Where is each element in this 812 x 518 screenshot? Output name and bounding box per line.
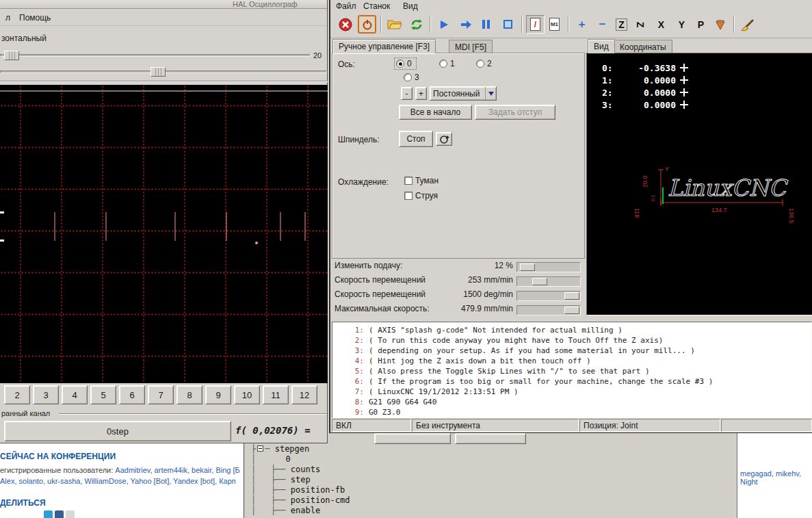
- gcode-listing[interactable]: 1:( AXIS "splash g-code" Not intended fo…: [332, 322, 812, 418]
- scale-slider[interactable]: [0, 51, 311, 60]
- channel-button[interactable]: 12: [291, 385, 317, 404]
- zoom-in-button[interactable]: +: [573, 15, 591, 34]
- jog-plus-button[interactable]: +: [415, 87, 427, 100]
- share-twitter-icon[interactable]: [44, 510, 53, 518]
- tree-label[interactable]: step: [291, 475, 311, 484]
- tree-row[interactable]: │ 0: [251, 454, 350, 464]
- online-users-links[interactable]: megagad, mikehv, Night: [740, 469, 812, 486]
- channel-button[interactable]: 3: [33, 385, 59, 404]
- slider-thumb[interactable]: [564, 307, 579, 314]
- radio-icon[interactable]: [476, 60, 484, 68]
- axis-radio-2[interactable]: 2: [476, 59, 492, 68]
- zoom-out-button[interactable]: −: [593, 15, 612, 34]
- menu-view[interactable]: Вид: [400, 1, 421, 12]
- share-other-icon[interactable]: [66, 510, 75, 518]
- view-top-button[interactable]: Z: [612, 15, 631, 34]
- radio-icon[interactable]: [404, 73, 412, 81]
- tree-label[interactable]: counts: [291, 465, 320, 474]
- channel-button[interactable]: 5: [90, 385, 116, 404]
- tree-label[interactable]: enable: [291, 506, 320, 515]
- menu-machine[interactable]: Станок: [361, 1, 393, 12]
- gcode-line[interactable]: 3:( depending on your setup. As if you h…: [332, 346, 811, 356]
- tree-label[interactable]: position-cmd: [291, 495, 350, 505]
- radio-icon[interactable]: [439, 60, 447, 68]
- gcode-line[interactable]: 5:( Also press the Toggle Skip Lines wit…: [332, 366, 811, 376]
- users-links[interactable]: Aadmitriev, artem44ik, bekair, Bing [Б: [115, 466, 239, 474]
- spindle-stop-button[interactable]: Стоп: [399, 131, 433, 147]
- channel-button[interactable]: 7: [148, 385, 174, 404]
- stop-program-button[interactable]: [499, 15, 517, 34]
- view-side-button[interactable]: X: [652, 15, 670, 34]
- toggle-skip-lines-button[interactable]: /: [526, 15, 545, 34]
- abort-button[interactable]: [336, 15, 354, 34]
- mist-checkbox[interactable]: Туман: [404, 176, 438, 185]
- run-program-button[interactable]: [434, 15, 453, 34]
- checkbox-icon[interactable]: [404, 177, 412, 185]
- background-button[interactable]: [374, 433, 451, 444]
- gcode-line[interactable]: 1:( AXIS "splash g-code" Not intended fo…: [332, 325, 811, 335]
- gcode-line[interactable]: 9:G0 Z3.0: [332, 407, 811, 417]
- max-velocity-slider[interactable]: [516, 305, 581, 315]
- menu-file[interactable]: л: [3, 12, 13, 23]
- axis-radio-1[interactable]: 1: [439, 59, 455, 68]
- tree-label[interactable]: 0: [286, 454, 291, 464]
- reload-file-button[interactable]: [407, 15, 425, 34]
- checkbox-icon[interactable]: [404, 192, 412, 200]
- slider-thumb[interactable]: [532, 278, 547, 285]
- collapse-icon[interactable]: [257, 445, 263, 452]
- pause-program-button[interactable]: [477, 15, 495, 34]
- channel-button[interactable]: 10: [234, 385, 260, 404]
- gcode-line[interactable]: 7:( LinuxCNC 19/1/2012 2:13:51 PM ): [332, 387, 811, 397]
- axis-radio-3[interactable]: 3: [404, 73, 419, 82]
- gcode-line[interactable]: 8:G21 G90 G64 G40: [332, 397, 811, 407]
- jog-speed-slider[interactable]: [516, 276, 581, 287]
- channel-button[interactable]: 8: [176, 385, 202, 404]
- channel-button[interactable]: 2: [4, 385, 30, 404]
- menu-file[interactable]: Файл: [333, 1, 359, 12]
- tree-row[interactable]: │ ├── step: [251, 474, 350, 484]
- view-rotated-top-button[interactable]: Z: [631, 15, 650, 34]
- gcode-line[interactable]: 6:( If the program is too big or small f…: [332, 376, 811, 387]
- tree-label[interactable]: position-fb: [291, 485, 345, 495]
- gcode-line[interactable]: 4:( Hint jog the Z axis down a bit then …: [332, 356, 811, 366]
- view-perspective-button[interactable]: P: [692, 15, 710, 34]
- slider-thumb[interactable]: [564, 292, 579, 300]
- rotate-view-button[interactable]: [711, 15, 729, 34]
- machine-power-button[interactable]: [358, 15, 376, 34]
- spindle-turn-button[interactable]: [436, 132, 452, 146]
- tab-preview[interactable]: Вид: [588, 39, 615, 53]
- jog-minus-button[interactable]: -: [401, 87, 412, 100]
- gcode-line[interactable]: 2:( To run this code anyway you might ha…: [332, 335, 811, 346]
- radio-icon[interactable]: [396, 60, 404, 68]
- optional-pause-button[interactable]: M1: [545, 15, 564, 34]
- background-button[interactable]: [455, 433, 526, 444]
- axis-radio-0[interactable]: 0: [394, 57, 417, 70]
- open-file-button[interactable]: [385, 15, 404, 34]
- channel-button[interactable]: 6: [119, 385, 145, 404]
- forum-users-line2[interactable]: Alex, solanto, ukr-sasha, WilliamDose, Y…: [0, 477, 236, 485]
- touch-off-button[interactable]: Задать отступ: [475, 105, 555, 120]
- selected-channel-button[interactable]: 0step: [4, 421, 231, 441]
- dropdown-arrow-box[interactable]: [485, 87, 496, 100]
- view-front-button[interactable]: Y: [672, 15, 691, 34]
- tree-row[interactable]: │ ├── enable: [251, 505, 350, 515]
- flood-checkbox[interactable]: Струя: [404, 191, 438, 200]
- channel-button[interactable]: 9: [205, 385, 231, 404]
- tree-row[interactable]: │ ├── position-fb: [251, 484, 350, 495]
- menu-help[interactable]: Помощь: [16, 12, 53, 23]
- channel-button[interactable]: 11: [263, 385, 289, 404]
- scale-slider-thumb[interactable]: [4, 51, 19, 60]
- preview-area[interactable]: 0: -0.3638 1: 0.0000 2: 0.0000 3: 0.0000: [586, 53, 812, 315]
- oscilloscope-display[interactable]: [0, 85, 328, 383]
- position-slider-thumb[interactable]: [150, 67, 166, 77]
- clear-plot-button[interactable]: [738, 15, 757, 34]
- step-program-button[interactable]: [456, 15, 475, 34]
- tree-label[interactable]: stepgen: [275, 444, 310, 454]
- share-facebook-icon[interactable]: [55, 510, 64, 518]
- tab-dro[interactable]: Координаты: [614, 40, 672, 53]
- position-slider[interactable]: [0, 67, 327, 77]
- tree-row[interactable]: │ ├── position-cmd: [251, 495, 350, 505]
- jog-mode-dropdown[interactable]: Постоянный: [430, 86, 497, 101]
- tree-row[interactable]: ├─ stepgen: [251, 443, 350, 454]
- feed-override-slider[interactable]: [516, 262, 581, 272]
